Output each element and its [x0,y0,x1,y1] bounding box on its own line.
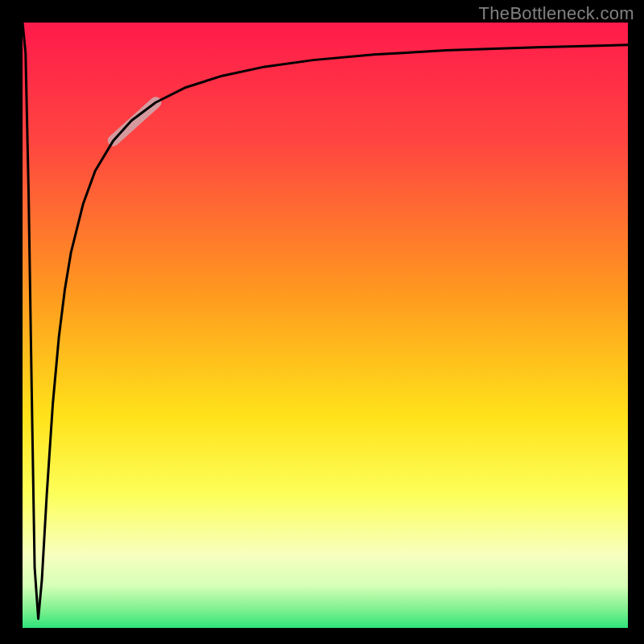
chart-stage: TheBottleneck.com [0,0,644,644]
plot-background [23,23,628,628]
chart-svg [0,0,644,644]
chart-plot [0,0,644,644]
watermark-label: TheBottleneck.com [479,3,634,24]
